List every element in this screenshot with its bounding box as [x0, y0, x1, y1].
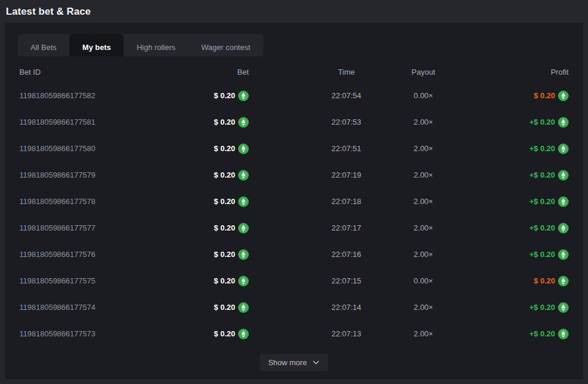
green-coin-icon	[238, 329, 249, 339]
table-row[interactable]: 119818059866177581 $ 0.20 22:07:53 2.00×…	[14, 109, 574, 135]
table-row[interactable]: 119818059866177577 $ 0.20 22:07:17 2.00×…	[14, 215, 574, 241]
green-coin-icon	[558, 170, 569, 181]
table-row[interactable]: 119818059866177582 $ 0.20 22:07:54 0.00×…	[14, 82, 574, 109]
payout-cell: 2.00×	[400, 250, 433, 259]
show-more-button[interactable]: Show more	[260, 354, 328, 371]
show-more-label: Show more	[268, 358, 307, 367]
table-row[interactable]: 119818059866177580 $ 0.20 22:07:51 2.00×…	[14, 135, 574, 162]
green-coin-icon	[558, 196, 569, 207]
tab-wager-contest[interactable]: Wager contest	[188, 34, 263, 56]
table-body: 119818059866177582 $ 0.20 22:07:54 0.00×…	[14, 82, 574, 347]
green-coin-icon	[558, 91, 569, 101]
green-coin-icon	[238, 170, 249, 181]
header-payout: Payout	[397, 68, 435, 76]
bet-amount-cell: $ 0.20	[214, 117, 249, 128]
table-row[interactable]: 119818059866177574 $ 0.20 22:07:14 2.00×…	[14, 294, 574, 320]
bet-amount-cell: $ 0.20	[214, 302, 249, 313]
green-coin-icon	[238, 117, 249, 128]
payout-cell: 2.00×	[400, 171, 433, 179]
profit-amount: +$ 0.20	[529, 197, 555, 206]
bet-id-cell: 119818059866177576	[19, 250, 95, 259]
profit-cell: +$ 0.20	[529, 170, 569, 181]
green-coin-icon	[558, 117, 569, 128]
bets-tab-group: All BetsMy betsHigh rollersWager contest	[18, 34, 263, 56]
tab-my-bets[interactable]: My bets	[69, 34, 123, 56]
green-coin-icon	[238, 223, 249, 233]
profit-amount: $ 0.20	[534, 91, 555, 100]
bet-amount: $ 0.20	[214, 171, 235, 179]
payout-cell: 2.00×	[400, 329, 433, 338]
profit-amount: $ 0.20	[534, 276, 555, 285]
bet-amount: $ 0.20	[214, 303, 235, 312]
green-coin-icon	[238, 276, 249, 286]
latest-bets-panel: All BetsMy betsHigh rollersWager contest…	[5, 23, 583, 379]
table-row[interactable]: 119818059866177573 $ 0.20 22:07:13 2.00×…	[14, 320, 574, 347]
table-row[interactable]: 119818059866177576 $ 0.20 22:07:16 2.00×…	[14, 241, 574, 268]
profit-amount: +$ 0.20	[529, 329, 555, 338]
profit-cell: $ 0.20	[534, 91, 569, 101]
bet-amount-cell: $ 0.20	[214, 223, 249, 233]
payout-cell: 2.00×	[400, 223, 433, 232]
tab-all-bets[interactable]: All Bets	[18, 34, 69, 56]
profit-amount: +$ 0.20	[529, 118, 555, 126]
bet-id-cell: 119818059866177580	[19, 144, 95, 153]
bet-id-cell: 119818059866177577	[19, 223, 95, 232]
table-row[interactable]: 119818059866177579 $ 0.20 22:07:19 2.00×…	[14, 162, 574, 188]
bet-id-cell: 119818059866177575	[19, 276, 95, 285]
bet-amount: $ 0.20	[214, 118, 235, 126]
time-cell: 22:07:19	[266, 171, 362, 179]
bet-id-cell: 119818059866177582	[19, 91, 95, 100]
payout-cell: 2.00×	[400, 303, 433, 312]
bet-amount: $ 0.20	[214, 223, 235, 232]
green-coin-icon	[238, 91, 249, 101]
profit-cell: +$ 0.20	[529, 143, 569, 154]
profit-amount: +$ 0.20	[529, 144, 555, 153]
table-row[interactable]: 119818059866177575 $ 0.20 22:07:15 0.00×…	[14, 268, 574, 294]
green-coin-icon	[238, 249, 249, 260]
green-coin-icon	[238, 196, 249, 207]
time-cell: 22:07:54	[266, 91, 362, 100]
payout-cell: 0.00×	[400, 276, 433, 285]
page-header: Latest bet & Race	[0, 0, 588, 23]
bet-amount-cell: $ 0.20	[214, 329, 249, 339]
profit-cell: +$ 0.20	[529, 302, 569, 313]
time-cell: 22:07:51	[266, 144, 362, 153]
tab-high-rollers[interactable]: High rollers	[123, 34, 188, 56]
profit-amount: +$ 0.20	[529, 250, 555, 259]
green-coin-icon	[558, 249, 569, 260]
bet-amount-cell: $ 0.20	[214, 143, 249, 154]
profit-cell: +$ 0.20	[529, 329, 569, 339]
header-time: Time	[272, 68, 355, 76]
green-coin-icon	[558, 143, 569, 154]
profit-cell: $ 0.20	[534, 276, 569, 286]
bet-id-cell: 119818059866177579	[19, 171, 95, 179]
header-bet-id: Bet ID	[19, 68, 41, 76]
profit-amount: +$ 0.20	[529, 171, 555, 179]
profit-amount: +$ 0.20	[529, 223, 555, 232]
time-cell: 22:07:13	[266, 329, 362, 338]
time-cell: 22:07:15	[266, 276, 362, 285]
time-cell: 22:07:18	[266, 197, 362, 206]
show-more-container: Show more	[14, 354, 574, 371]
bet-id-cell: 119818059866177574	[19, 303, 95, 312]
profit-cell: +$ 0.20	[529, 196, 569, 207]
bet-id-cell: 119818059866177573	[19, 329, 95, 338]
bet-amount: $ 0.20	[214, 144, 235, 153]
bet-amount-cell: $ 0.20	[214, 196, 249, 207]
payout-cell: 2.00×	[400, 118, 433, 126]
green-coin-icon	[558, 329, 569, 339]
bet-amount: $ 0.20	[214, 91, 235, 100]
payout-cell: 2.00×	[400, 197, 433, 206]
chevron-down-icon	[312, 359, 320, 366]
table-row[interactable]: 119818059866177578 $ 0.20 22:07:18 2.00×…	[14, 188, 574, 215]
bet-amount-cell: $ 0.20	[214, 276, 249, 286]
table-header-row: Bet ID Bet Time Payout Profit	[14, 62, 574, 82]
bet-amount: $ 0.20	[214, 197, 235, 206]
profit-amount: +$ 0.20	[529, 303, 555, 312]
bet-id-cell: 119818059866177581	[19, 118, 95, 126]
green-coin-icon	[558, 302, 569, 313]
bet-amount-cell: $ 0.20	[214, 249, 249, 260]
bet-id-cell: 119818059866177578	[19, 197, 95, 206]
header-profit: Profit	[551, 68, 569, 76]
payout-cell: 0.00×	[400, 91, 433, 100]
